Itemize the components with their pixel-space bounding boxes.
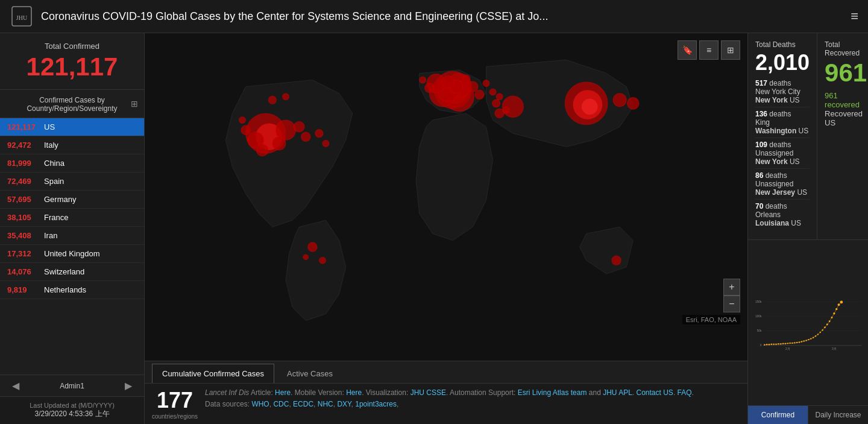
mobile-link[interactable]: Here bbox=[346, 388, 362, 397]
svg-point-32 bbox=[420, 77, 426, 83]
countries-count: 177 bbox=[157, 388, 193, 413]
bottom-content: 177 countries/regions Lancet Inf Dis Art… bbox=[145, 384, 747, 424]
svg-point-38 bbox=[319, 257, 326, 264]
country-count: 14,076 bbox=[7, 267, 40, 276]
map-container[interactable]: 🔖 ≡ ⊞ + − Esri, FAO, NOAA bbox=[145, 33, 747, 361]
confirmed-cases-title: Confirmed Cases by Country/Region/Sovere… bbox=[27, 96, 117, 113]
svg-point-26 bbox=[467, 81, 478, 92]
total-confirmed-label: Total Confirmed bbox=[10, 42, 134, 51]
esri-link[interactable]: Esri Living Atlas team bbox=[518, 388, 587, 397]
nhc-link[interactable]: NHC bbox=[318, 400, 333, 408]
svg-point-12 bbox=[582, 99, 598, 115]
last-updated-value: 3/29/2020 4:53:36 上午 bbox=[7, 409, 137, 419]
cdc-link[interactable]: CDC bbox=[273, 400, 289, 408]
deaths-entry-0: 517 deathsNew York City New York US bbox=[755, 79, 810, 107]
country-item-0[interactable]: 121,117US bbox=[0, 118, 144, 136]
country-name: Germany bbox=[44, 195, 76, 204]
svg-point-20 bbox=[241, 125, 251, 135]
1point3acres-link[interactable]: 1point3acres bbox=[355, 400, 397, 408]
contact-link[interactable]: Contact US bbox=[637, 388, 673, 397]
country-item-3[interactable]: 72,469Spain bbox=[0, 172, 144, 191]
faq-link[interactable]: FAQ bbox=[678, 388, 692, 397]
country-item-6[interactable]: 35,408Iran bbox=[0, 227, 144, 245]
dxy-link[interactable]: DXY bbox=[337, 400, 351, 408]
deaths-entry-1: 136 deathsKing Washington US bbox=[755, 110, 810, 138]
country-count: 17,312 bbox=[7, 249, 40, 258]
country-name: United Kingdom bbox=[44, 249, 100, 258]
country-item-5[interactable]: 38,105France bbox=[0, 209, 144, 227]
svg-text:150k: 150k bbox=[755, 300, 762, 303]
zoom-in-button[interactable]: + bbox=[723, 279, 740, 296]
svg-point-27 bbox=[475, 90, 485, 100]
svg-point-17 bbox=[256, 144, 268, 156]
countries-count-box: 177 countries/regions bbox=[151, 387, 199, 420]
deaths-box: Total Deaths 2,010 517 deathsNew York Ci… bbox=[748, 33, 817, 239]
svg-point-21 bbox=[315, 130, 323, 138]
country-item-9[interactable]: 9,819Netherlands bbox=[0, 281, 144, 299]
country-item-4[interactable]: 57,695Germany bbox=[0, 191, 144, 209]
recovered-label: Total Recovered bbox=[825, 40, 867, 57]
country-item-8[interactable]: 14,076Switzerland bbox=[0, 263, 144, 281]
svg-text:JHU: JHU bbox=[16, 14, 28, 21]
svg-point-33 bbox=[496, 93, 503, 100]
chart-tab-daily[interactable]: Daily Increase bbox=[808, 406, 868, 424]
jhu-link[interactable]: JHU CSSE bbox=[410, 388, 446, 397]
country-name: Netherlands bbox=[44, 285, 86, 294]
list-prev-arrow[interactable]: ◀ bbox=[7, 379, 24, 393]
svg-point-23 bbox=[322, 140, 329, 147]
grid-tool[interactable]: ⊞ bbox=[721, 40, 740, 60]
countries-count-label: countries/regions bbox=[152, 413, 198, 420]
list-tool[interactable]: ≡ bbox=[699, 40, 719, 60]
recovered-box: Total Recovered 961 961 recovered Recove… bbox=[817, 33, 868, 239]
article-link[interactable]: Here bbox=[275, 388, 291, 397]
ecdc-link[interactable]: ECDC bbox=[293, 400, 313, 408]
country-count: 38,105 bbox=[7, 213, 40, 222]
deaths-entry-3: 86 deathsUnassigned New Jersey US bbox=[755, 171, 810, 200]
zoom-out-button[interactable]: − bbox=[723, 296, 740, 312]
deaths-number: 2,010 bbox=[755, 50, 810, 75]
svg-point-22 bbox=[239, 117, 245, 124]
list-nav-label: Admin1 bbox=[60, 382, 84, 390]
last-updated-box: Last Updated at (M/D/YYYY) 3/29/2020 4:5… bbox=[0, 396, 144, 424]
app-title: Coronavirus COVID-19 Global Cases by the… bbox=[41, 10, 844, 23]
expand-icon[interactable]: ⊞ bbox=[131, 99, 138, 109]
country-name: Spain bbox=[44, 177, 64, 186]
map-toolbar: 🔖 ≡ ⊞ bbox=[678, 40, 740, 60]
tab-active[interactable]: Active Cases bbox=[277, 364, 343, 383]
country-name: China bbox=[44, 159, 64, 168]
jhu-logo: JHU bbox=[10, 4, 34, 28]
who-link[interactable]: WHO bbox=[251, 400, 269, 408]
svg-point-41 bbox=[283, 93, 289, 100]
svg-point-42 bbox=[612, 256, 621, 265]
svg-point-25 bbox=[627, 97, 639, 109]
menu-icon[interactable]: ≡ bbox=[851, 8, 858, 24]
country-item-7[interactable]: 17,312United Kingdom bbox=[0, 245, 144, 263]
bookmark-tool[interactable]: 🔖 bbox=[678, 40, 697, 60]
list-next-arrow[interactable]: ▶ bbox=[120, 379, 137, 393]
deaths-entry-2: 109 deathsUnassigned New York US bbox=[755, 141, 810, 169]
svg-point-37 bbox=[308, 242, 318, 252]
chart-tab-confirmed[interactable]: Confirmed bbox=[748, 406, 808, 424]
confirmed-cases-header: Confirmed Cases by Country/Region/Sovere… bbox=[0, 90, 144, 118]
bottom-info-text: Lancet Inf Dis Article: Here. Mobile Ver… bbox=[205, 388, 694, 408]
main-layout: Total Confirmed 121,117 Confirmed Cases … bbox=[0, 33, 868, 424]
country-item-1[interactable]: 92,472Italy bbox=[0, 136, 144, 154]
svg-text:0: 0 bbox=[760, 344, 762, 347]
center-area: 🔖 ≡ ⊞ + − Esri, FAO, NOAA Cumulative Con… bbox=[145, 33, 747, 424]
last-updated-label: Last Updated at (M/D/YYYY) bbox=[7, 402, 137, 409]
svg-point-19 bbox=[301, 132, 311, 142]
jhu-apl-link[interactable]: JHU APL bbox=[603, 388, 632, 397]
country-count: 9,819 bbox=[7, 285, 40, 294]
zoom-controls: + − bbox=[723, 279, 740, 312]
chart-area: 150k 100k 50k 0 2月 3月 bbox=[748, 240, 868, 424]
total-confirmed-number: 121,117 bbox=[10, 53, 134, 81]
svg-point-30 bbox=[483, 80, 489, 87]
svg-point-39 bbox=[303, 255, 309, 260]
country-item-2[interactable]: 81,999China bbox=[0, 154, 144, 172]
country-count: 121,117 bbox=[7, 122, 40, 131]
tab-cumulative[interactable]: Cumulative Confirmed Cases bbox=[152, 364, 274, 383]
svg-point-10 bbox=[442, 76, 454, 88]
svg-text:3月: 3月 bbox=[832, 347, 837, 350]
country-count: 72,469 bbox=[7, 177, 40, 186]
country-count: 81,999 bbox=[7, 159, 40, 168]
